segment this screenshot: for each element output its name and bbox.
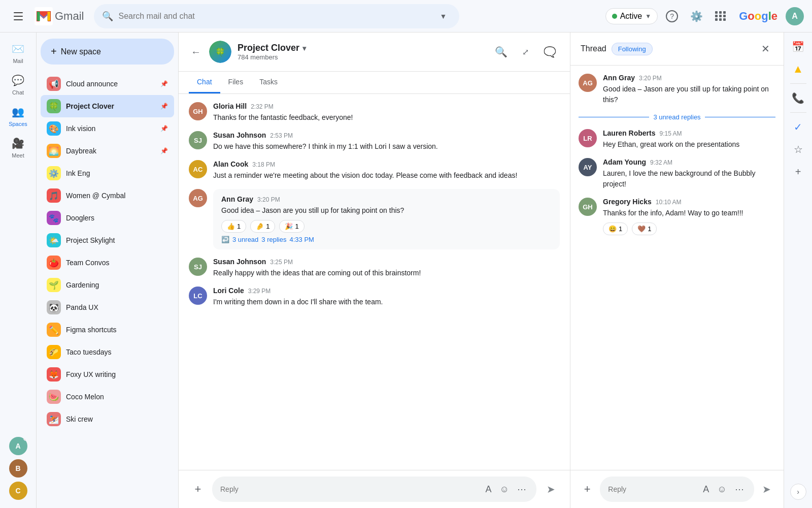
right-icons-divider	[790, 83, 806, 84]
thread-msg-t1: AG Ann Gray 3:20 PM Good idea – Jason ar…	[579, 74, 775, 105]
search-input[interactable]	[118, 12, 430, 21]
user-avatar-top[interactable]: A	[786, 7, 804, 25]
thread-format-button[interactable]: A	[701, 482, 711, 497]
following-badge[interactable]: Following	[612, 43, 653, 55]
t4-reaction-heart[interactable]: 🤎 1	[632, 223, 657, 235]
chat-reply-input[interactable]	[220, 485, 480, 493]
msg4-time: 3:20 PM	[257, 196, 280, 203]
send-button[interactable]: ➤	[542, 480, 560, 498]
thread-more-button[interactable]: ⋯	[733, 482, 746, 497]
t4-reaction-smile[interactable]: 😄 1	[603, 223, 628, 235]
msg4-header: Ann Gray 3:20 PM	[221, 195, 552, 203]
sidebar-item-project-clover[interactable]: 🍀 Project Clover 📌	[41, 95, 174, 117]
nav-avatar-0[interactable]: A	[9, 437, 27, 455]
back-button[interactable]: ←	[189, 44, 203, 60]
chat-title: Project Clover ▾	[238, 43, 485, 53]
sidebar-item-gardening[interactable]: 🌱 Gardening	[41, 274, 174, 296]
meet-icon: 🎥	[10, 135, 26, 151]
tab-files[interactable]: Files	[220, 72, 252, 93]
nav-item-chat[interactable]: 💬 Chat	[2, 68, 35, 100]
thread-close-button[interactable]: ✕	[757, 41, 773, 57]
reaction-party[interactable]: 🎉 1	[279, 220, 304, 233]
nav-item-meet[interactable]: 🎥 Meet	[2, 131, 35, 163]
new-message-button[interactable]: 🗨️	[539, 42, 560, 62]
thread-emoji-button[interactable]: ☺	[715, 482, 728, 497]
nav-label-spaces: Spaces	[9, 121, 27, 127]
nav-item-spaces[interactable]: 👥 Spaces	[2, 100, 35, 131]
thread-link[interactable]: ↩️ 3 unread 3 replies 4:33 PM	[221, 236, 552, 243]
chat-messages: GH Gloria Hill 2:32 PM Thanks for the fa…	[179, 94, 570, 470]
thread-reply-input[interactable]	[608, 485, 697, 493]
thread-send-button[interactable]: ➤	[758, 480, 775, 498]
msg3-text: Just a reminder we're meeting about the …	[213, 170, 560, 181]
msg5-name: Susan Johnson	[213, 258, 266, 266]
sidebar-item-project-skylight[interactable]: 🌤️ Project Skylight	[41, 229, 174, 251]
apps-button[interactable]	[710, 6, 731, 26]
settings-button[interactable]: ⚙️	[686, 6, 706, 26]
nav-avatar-2[interactable]: C	[9, 482, 27, 500]
sidebar-item-label-project-skylight: Project Skylight	[66, 236, 168, 244]
msg6-name: Lori Cole	[213, 287, 244, 295]
msg1-text: Thanks for the fantastic feedback, every…	[213, 112, 560, 123]
collapse-button[interactable]: ⤢	[515, 42, 535, 62]
sidebar-item-foxy-ux[interactable]: 🦊 Foxy UX writing	[41, 363, 174, 386]
tab-chat[interactable]: Chat	[189, 72, 220, 93]
chat-add-button[interactable]: +	[189, 480, 207, 498]
active-status-button[interactable]: Active ▼	[605, 8, 658, 24]
reaction-thumbsup[interactable]: 👍 1	[221, 220, 246, 233]
expand-right-button[interactable]: ›	[790, 484, 806, 500]
search-messages-button[interactable]: 🔍	[491, 42, 511, 62]
nav-item-mail[interactable]: ✉️ Mail	[2, 37, 35, 68]
sidebar-item-cloud-announce[interactable]: 📢 Cloud announce 📌	[41, 73, 174, 95]
chat-title-chevron-icon[interactable]: ▾	[302, 44, 306, 52]
sidebar-item-panda-ux[interactable]: 🐼 Panda UX	[41, 296, 174, 319]
sidebar-item-label-women-cymbal: Women @ Cymbal	[66, 192, 168, 200]
group-avatar: 🍀	[209, 41, 231, 63]
add-more-button[interactable]: +	[788, 162, 808, 182]
t4-name: Gregory Hicks	[603, 198, 652, 206]
sidebar-item-icon-team-convos: 🍅	[47, 256, 61, 270]
google-logo: Google	[739, 10, 777, 23]
sidebar-item-taco-tuesdays[interactable]: 🌮 Taco tuesdays	[41, 341, 174, 363]
sidebar-item-figma-shortcuts[interactable]: ✏️ Figma shortcuts	[41, 319, 174, 341]
msg3-name: Alan Cook	[213, 160, 248, 168]
more-options-button[interactable]: ⋯	[515, 482, 528, 497]
tasks-sidebar-button[interactable]: ✓	[788, 117, 808, 137]
sidebar-item-ink-vision[interactable]: 🎨 Ink vision 📌	[41, 117, 174, 140]
star-button[interactable]: ☆	[788, 139, 808, 160]
sidebar-item-team-convos[interactable]: 🍅 Team Convos	[41, 251, 174, 274]
help-icon: ?	[666, 10, 678, 22]
new-message-icon: 🗨️	[544, 46, 556, 58]
thread-send-icon: ➤	[762, 483, 771, 495]
thumbsup-count: 1	[237, 223, 241, 230]
new-space-button[interactable]: + New space	[41, 39, 174, 65]
help-button[interactable]: ?	[662, 6, 682, 26]
menu-button[interactable]	[8, 6, 28, 26]
party-count: 1	[295, 223, 298, 230]
thumbsup-emoji: 👍	[227, 223, 235, 230]
sidebar-item-women-cymbal[interactable]: 🎵 Women @ Cymbal	[41, 184, 174, 207]
thread-reply-box: A ☺ ⋯	[600, 477, 754, 502]
sidebar-item-dooglers[interactable]: 🐾 Dooglers	[41, 207, 174, 229]
thread-add-button[interactable]: +	[579, 480, 596, 498]
right-icons-panel: 📅 ▲ 📞 ✓ ☆ + ›	[784, 33, 812, 508]
sidebar-item-coco-melon[interactable]: 🍉 Coco Melon	[41, 386, 174, 408]
sidebar-item-ink-eng[interactable]: ⚙️ Ink Eng	[41, 162, 174, 184]
msg2-body: Susan Johnson 2:53 PM Do we have this so…	[213, 131, 560, 152]
search-chevron-button[interactable]: ▼	[435, 8, 451, 24]
format-text-button[interactable]: A	[484, 482, 494, 497]
msg2-name: Susan Johnson	[213, 131, 266, 139]
phone-button[interactable]: 📞	[788, 88, 808, 108]
sidebar-item-icon-ink-eng: ⚙️	[47, 166, 61, 180]
sidebar-item-ski-crew[interactable]: ⛷️ Ski crew	[41, 408, 174, 430]
search-bar: 🔍 ▼	[94, 4, 459, 28]
t2-avatar: LR	[579, 129, 597, 147]
drive-button[interactable]: ▲	[788, 59, 808, 79]
sidebar-item-daybreak[interactable]: 🌅 Daybreak 📌	[41, 140, 174, 162]
t1-time: 3:20 PM	[639, 75, 662, 82]
emoji-picker-button[interactable]: ☺	[498, 482, 511, 497]
tab-tasks[interactable]: Tasks	[251, 72, 286, 93]
reaction-herb[interactable]: 🤌 1	[250, 220, 275, 233]
calendar-button[interactable]: 📅	[788, 37, 808, 57]
nav-avatar-1[interactable]: B	[9, 459, 27, 478]
